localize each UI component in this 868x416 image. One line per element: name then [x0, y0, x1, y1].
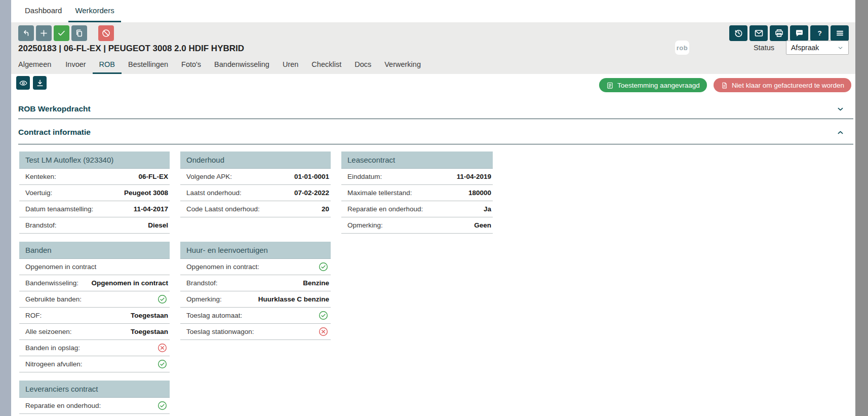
tab-rob[interactable]: ROB [93, 60, 122, 74]
tab-foto-s[interactable]: Foto's [175, 60, 208, 74]
row-label: Code Laatst onderhoud: [186, 205, 260, 213]
top-tab-dashboard[interactable]: Dashboard [18, 0, 68, 22]
card-row: Gebruikte banden: [19, 291, 170, 308]
mail-icon [754, 28, 764, 38]
status-select[interactable]: Afspraak [786, 41, 849, 55]
mail-button[interactable] [749, 25, 768, 41]
row-label: Kenteken: [25, 173, 56, 180]
check-circle-icon [157, 401, 167, 410]
top-tab-werkorders[interactable]: Werkorders [68, 0, 121, 22]
download-button[interactable] [33, 76, 47, 90]
card-leasecontract: LeasecontractEinddatum:11-04-2019Maximal… [341, 152, 493, 234]
toolbar-left [18, 25, 114, 41]
row-label: Toeslag automaat: [186, 312, 242, 319]
row-label: Banden in opslag: [25, 344, 80, 352]
row-label: Toeslag stationwagon: [186, 328, 254, 335]
row-value: 11-04-2019 [457, 173, 491, 180]
row-value: Ja [484, 205, 491, 213]
menu-icon [835, 28, 845, 38]
row-label: Brandstof: [25, 221, 57, 229]
pill-niet-klaar-om-gefactureerd-te-worden[interactable]: Niet klaar om gefactureerd te worden [714, 78, 851, 92]
card-row: Banden in opslag: [19, 340, 170, 356]
row-label: Opmerking: [347, 221, 383, 229]
top-nav: DashboardWerkorders [11, 0, 855, 22]
card-row: Kenteken:06-FL-EX [19, 169, 170, 185]
row-label: Brandstof: [186, 279, 218, 287]
row-label: Opgenomen in contract: [186, 263, 259, 271]
back-button[interactable] [18, 25, 34, 41]
row-value: Benzine [303, 279, 329, 287]
row-value: Toegestaan [131, 312, 168, 319]
row-label: Datum tenaamstelling: [25, 205, 93, 213]
card-row: Opgenomen in contract [19, 259, 170, 275]
card-row: Maximale tellerstand:180000 [341, 185, 493, 201]
card-row: Reparatie en onderhoud: [19, 398, 170, 414]
card-onderhoud: OnderhoudVolgende APK:01-01-0001Laatst o… [180, 152, 331, 217]
tab-bestellingen[interactable]: Bestellingen [122, 60, 175, 74]
check-circle-icon [319, 311, 328, 320]
check-circle-icon [319, 262, 328, 272]
chat-button[interactable] [790, 25, 808, 41]
card-title: Leasecontract [341, 152, 493, 169]
confirm-button[interactable] [54, 25, 69, 41]
help-icon: ? [815, 28, 824, 38]
chevron-down-icon [837, 45, 844, 51]
right-edge-strip [855, 0, 868, 416]
page-title: 20250183 | 06-FL-EX | PEUGEOT 3008 2.0 H… [18, 44, 244, 54]
tab-invoer[interactable]: Invoer [59, 60, 92, 74]
tab-algemeen[interactable]: Algemeen [18, 60, 59, 74]
section-header-rob-werkopdracht[interactable]: ROB Werkopdracht [11, 96, 855, 119]
check-circle-icon [157, 359, 167, 369]
row-label: Maximale tellerstand: [347, 189, 412, 197]
tab-checklist[interactable]: Checklist [305, 60, 348, 74]
card-row: Opmerking:Geen [341, 217, 493, 234]
card-banden: BandenOpgenomen in contractBandenwisseli… [19, 242, 170, 372]
cards-grid: Test LM Autoflex (923340)Kenteken:06-FL-… [19, 152, 855, 414]
row-value: Peugeot 3008 [124, 189, 168, 197]
card-title: Leveranciers contract [19, 381, 170, 398]
copy-icon [74, 28, 84, 38]
row-label: Nitrogeen afvullen: [25, 360, 83, 368]
card-row: Brandstof:Benzine [180, 275, 331, 291]
chevron-down-icon[interactable] [837, 105, 844, 113]
copy-button[interactable] [71, 25, 87, 41]
rob-tab-content: Toestemming aangevraagdNiet klaar om gef… [11, 74, 855, 416]
row-value: 20 [322, 205, 329, 213]
download-icon [35, 79, 45, 88]
row-label: Gebruikte banden: [25, 295, 82, 303]
card-title: Test LM Autoflex (923340) [19, 152, 170, 169]
card-leveranciers-contract: Leveranciers contractReparatie en onderh… [19, 381, 170, 414]
help-button[interactable]: ? [810, 25, 828, 41]
tab-docs[interactable]: Docs [348, 60, 378, 74]
card-row: Volgende APK:01-01-0001 [180, 169, 331, 185]
pill-toestemming-aangevraagd[interactable]: Toestemming aangevraagd [599, 78, 707, 92]
card-title: Onderhoud [180, 152, 331, 169]
status-pills: Toestemming aangevraagdNiet klaar om gef… [599, 78, 851, 92]
print-button[interactable] [770, 25, 788, 41]
row-value: 07-02-2022 [294, 189, 329, 197]
app-window: DashboardWerkorders ? 20250183 | 06-FL-E… [0, 0, 868, 416]
tab-verwerking[interactable]: Verwerking [378, 60, 427, 74]
document-icon [721, 82, 728, 89]
row-value: 11-04-2017 [134, 205, 168, 213]
card-huur-en-leenvoertuigen: Huur- en leenvoertuigenOpgenomen in cont… [180, 242, 331, 340]
chevron-up-icon[interactable] [837, 129, 844, 136]
row-value: 06-FL-EX [138, 173, 168, 180]
row-label: Opgenomen in contract [25, 263, 96, 271]
clipboard-list-icon [606, 82, 614, 89]
section-header-contract-informatie[interactable]: Contract informatie [11, 119, 855, 144]
add-button[interactable] [36, 25, 52, 41]
cross-circle-icon [319, 327, 328, 336]
card-row: Einddatum:11-04-2019 [341, 169, 493, 185]
row-label: Voertuig: [25, 189, 52, 197]
top-tabs: DashboardWerkorders [18, 0, 121, 22]
eye-button[interactable] [16, 76, 30, 90]
cancel-button[interactable] [98, 25, 114, 41]
tab-uren[interactable]: Uren [276, 60, 305, 74]
history-button[interactable] [729, 25, 747, 41]
card-row: Opgenomen in contract: [180, 259, 331, 275]
card-test-lm-autoflex-923340: Test LM Autoflex (923340)Kenteken:06-FL-… [19, 152, 170, 234]
menu-button[interactable] [831, 25, 849, 41]
card-row: Toeslag automaat: [180, 308, 331, 324]
tab-bandenwisseling[interactable]: Bandenwisseling [208, 60, 276, 74]
